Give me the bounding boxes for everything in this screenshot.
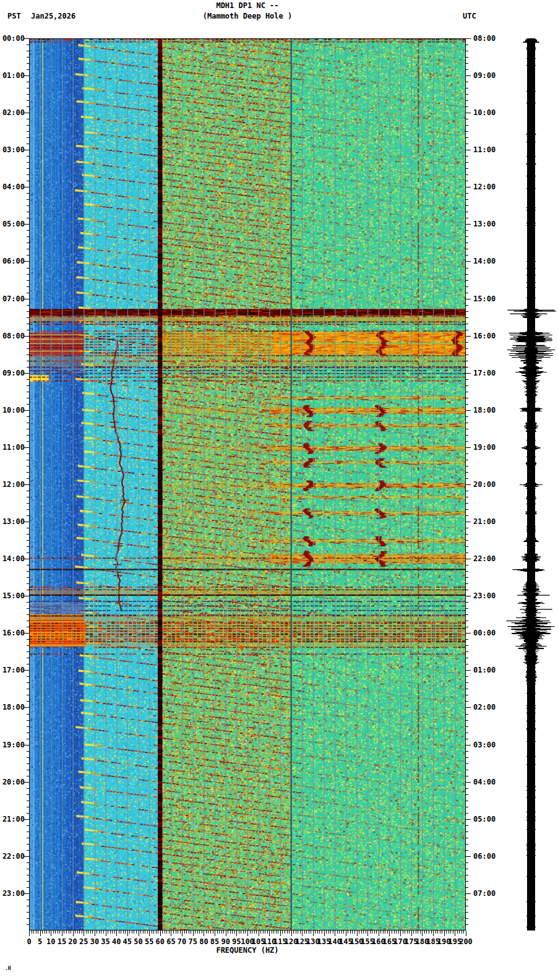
axis-tick bbox=[466, 676, 468, 677]
axis-tick bbox=[466, 404, 468, 405]
axis-tick bbox=[437, 931, 438, 934]
axis-tick bbox=[27, 131, 29, 132]
axis-tick bbox=[46, 931, 47, 934]
axis-tick bbox=[27, 82, 29, 82]
axis-tick bbox=[370, 931, 371, 934]
axis-tick bbox=[418, 931, 418, 934]
pst-hour-label: 10:00 bbox=[0, 406, 25, 415]
axis-tick bbox=[466, 757, 468, 758]
utc-hour-label: 01:00 bbox=[473, 666, 503, 674]
axis-tick bbox=[466, 596, 471, 596]
axis-tick bbox=[36, 931, 36, 934]
axis-tick bbox=[86, 931, 87, 934]
axis-tick bbox=[27, 355, 29, 355]
axis-tick bbox=[466, 435, 468, 436]
axis-tick bbox=[269, 931, 270, 936]
axis-tick bbox=[27, 156, 29, 157]
axis-tick bbox=[27, 912, 29, 913]
axis-tick bbox=[273, 931, 274, 934]
pst-hour-label: 09:00 bbox=[0, 369, 25, 377]
utc-hour-label: 06:00 bbox=[473, 852, 503, 861]
axis-tick bbox=[27, 274, 29, 275]
axis-tick bbox=[466, 565, 468, 565]
axis-tick bbox=[27, 361, 29, 361]
axis-tick bbox=[466, 707, 471, 708]
axis-tick bbox=[466, 330, 468, 330]
axis-tick bbox=[466, 218, 468, 218]
axis-tick bbox=[335, 931, 335, 936]
axis-tick bbox=[165, 931, 165, 934]
axis-tick bbox=[466, 113, 471, 113]
axis-tick bbox=[466, 645, 468, 646]
axis-tick bbox=[466, 162, 468, 163]
axis-tick bbox=[149, 931, 150, 936]
axis-tick bbox=[367, 931, 368, 936]
axis-tick bbox=[466, 311, 468, 312]
axis-tick bbox=[466, 131, 468, 132]
axis-tick bbox=[429, 931, 429, 934]
axis-tick bbox=[97, 931, 97, 934]
axis-tick bbox=[27, 546, 29, 547]
axis-tick bbox=[350, 931, 351, 934]
axis-tick bbox=[103, 931, 104, 934]
axis-tick bbox=[466, 51, 468, 51]
axis-tick bbox=[176, 931, 176, 934]
axis-tick bbox=[228, 931, 228, 934]
axis-tick bbox=[245, 931, 246, 934]
axis-tick bbox=[466, 701, 468, 702]
utc-hour-label: 02:00 bbox=[473, 703, 503, 711]
axis-tick bbox=[27, 100, 29, 101]
axis-tick bbox=[466, 478, 468, 479]
axis-tick bbox=[24, 745, 29, 746]
axis-tick bbox=[466, 552, 468, 553]
axis-tick bbox=[466, 627, 468, 627]
axis-tick bbox=[232, 931, 233, 934]
axis-tick bbox=[317, 931, 318, 934]
footer-mark: .H bbox=[5, 966, 11, 971]
axis-tick bbox=[27, 144, 29, 144]
axis-tick bbox=[466, 274, 468, 275]
axis-tick bbox=[466, 832, 468, 832]
axis-tick bbox=[461, 931, 462, 934]
axis-tick bbox=[466, 63, 468, 64]
axis-tick bbox=[466, 336, 471, 337]
pst-hour-label: 23:00 bbox=[0, 889, 25, 898]
axis-tick bbox=[466, 491, 468, 491]
axis-tick bbox=[27, 534, 29, 535]
axis-tick bbox=[27, 342, 29, 343]
pst-hour-label: 11:00 bbox=[0, 443, 25, 452]
axis-tick bbox=[27, 416, 29, 417]
axis-tick bbox=[466, 801, 468, 801]
axis-tick bbox=[466, 324, 468, 324]
axis-tick bbox=[27, 280, 29, 281]
axis-tick bbox=[27, 119, 29, 119]
axis-tick bbox=[466, 144, 468, 144]
axis-tick bbox=[466, 261, 471, 262]
axis-tick bbox=[466, 862, 468, 863]
axis-tick bbox=[166, 931, 167, 934]
timezone-right-label: UTC bbox=[463, 12, 476, 20]
pst-hour-label: 15:00 bbox=[0, 591, 25, 600]
axis-tick bbox=[466, 856, 471, 857]
axis-tick bbox=[352, 931, 353, 934]
utc-hour-label: 11:00 bbox=[473, 145, 503, 154]
axis-tick bbox=[24, 819, 29, 820]
axis-tick bbox=[27, 651, 29, 652]
axis-tick bbox=[147, 931, 148, 934]
axis-tick bbox=[162, 931, 163, 934]
axis-tick bbox=[466, 583, 468, 584]
axis-tick bbox=[189, 931, 189, 934]
axis-tick bbox=[346, 931, 346, 936]
axis-tick bbox=[278, 931, 278, 934]
axis-tick bbox=[101, 931, 101, 934]
axis-tick bbox=[24, 522, 29, 522]
axis-tick bbox=[466, 850, 468, 851]
axis-tick bbox=[27, 51, 29, 51]
axis-tick bbox=[29, 931, 30, 936]
utc-hour-label: 14:00 bbox=[473, 257, 503, 265]
axis-tick bbox=[136, 931, 137, 934]
axis-tick bbox=[182, 931, 182, 936]
axis-tick bbox=[243, 931, 244, 934]
axis-tick bbox=[449, 931, 449, 934]
axis-tick bbox=[466, 385, 468, 386]
